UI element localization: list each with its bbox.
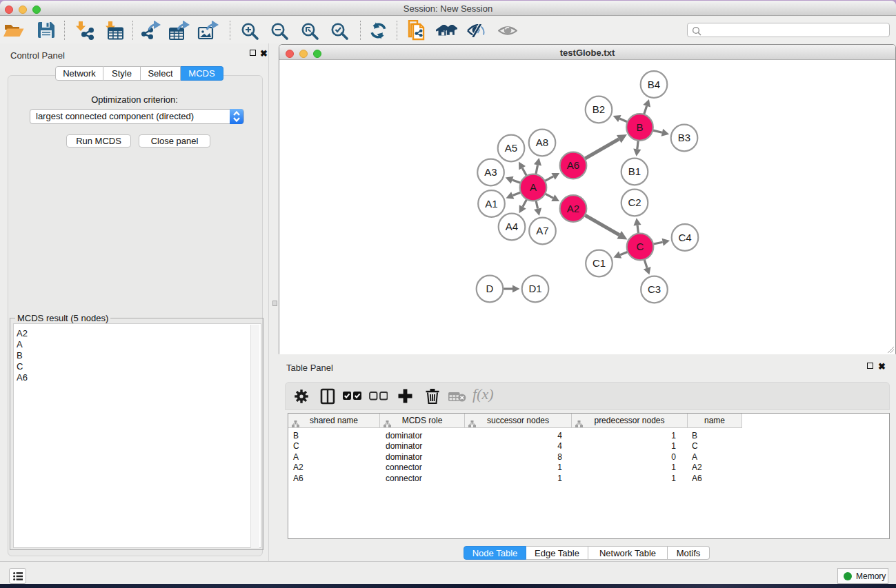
- svg-text:C2: C2: [628, 196, 641, 208]
- svg-text:A: A: [530, 181, 537, 193]
- svg-text:A4: A4: [506, 221, 518, 232]
- svg-text:A2: A2: [567, 203, 579, 214]
- svg-text:B1: B1: [628, 165, 641, 177]
- svg-text:C4: C4: [678, 232, 691, 243]
- svg-text:A7: A7: [536, 225, 548, 236]
- svg-text:B: B: [636, 121, 643, 133]
- svg-text:A1: A1: [485, 198, 497, 210]
- svg-text:C3: C3: [648, 283, 661, 295]
- svg-text:A5: A5: [505, 142, 517, 154]
- svg-text:C: C: [637, 241, 644, 252]
- svg-text:A3: A3: [484, 166, 497, 178]
- svg-text:D: D: [486, 283, 494, 294]
- svg-text:B3: B3: [678, 132, 690, 143]
- svg-text:A6: A6: [567, 159, 579, 171]
- svg-text:B2: B2: [593, 103, 605, 115]
- svg-text:B4: B4: [648, 79, 660, 90]
- svg-text:A8: A8: [536, 136, 548, 148]
- svg-text:C1: C1: [593, 257, 606, 269]
- svg-text:D1: D1: [528, 283, 541, 294]
